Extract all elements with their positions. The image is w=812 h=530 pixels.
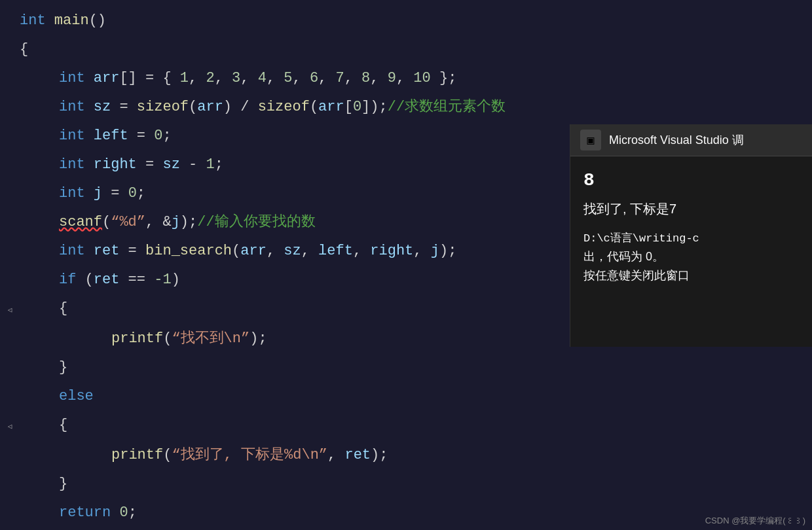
code-line: return 0;: [0, 499, 812, 527]
console-press: 按任意键关闭此窗口: [583, 266, 799, 285]
console-exit: 出，代码为 0。: [583, 247, 799, 266]
code-line: }: [0, 527, 812, 530]
code-line: printf(“找到了, 下标是%d\n”, ret);: [0, 441, 812, 470]
code-line: }: [0, 353, 812, 382]
code-line: int sz = sizeof(arr) / sizeof(arr[0]);//…: [0, 93, 812, 122]
line-gutter: ◁: [0, 296, 20, 325]
code-line: }: [0, 470, 812, 499]
code-line: ◁{: [0, 411, 812, 441]
console-window: ▣ Microsoft Visual Studio 调 8 找到了, 下标是7 …: [570, 124, 812, 347]
console-icon: ▣: [580, 130, 601, 150]
console-title: Microsoft Visual Studio 调: [609, 132, 744, 148]
code-line: else: [0, 382, 812, 411]
footer-credit: CSDN @我要学编程(꒰꒱): [705, 515, 805, 527]
console-path: D:\c语言\writing-c: [583, 230, 799, 247]
code-line: {: [0, 35, 812, 64]
console-result: 找到了, 下标是7: [583, 198, 799, 219]
code-line: int main(): [0, 7, 812, 35]
console-header: ▣ Microsoft Visual Studio 调: [570, 124, 812, 156]
console-body: 8 找到了, 下标是7 D:\c语言\writing-c 出，代码为 0。 按任…: [570, 156, 812, 347]
console-input-value: 8: [583, 166, 799, 196]
line-gutter: ◁: [0, 412, 20, 441]
code-line: int arr[] = { 1, 2, 3, 4, 5, 6, 7, 8, 9,…: [0, 64, 812, 93]
